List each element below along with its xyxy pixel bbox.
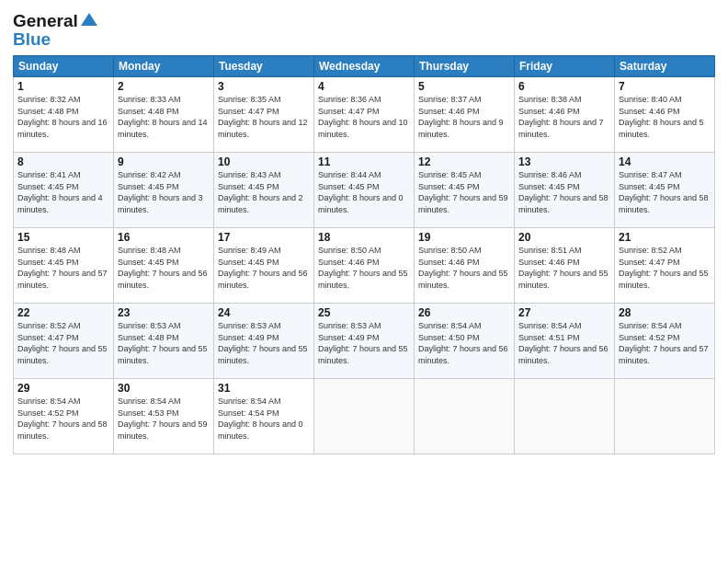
sunset-label: Sunset: 4:45 PM: [118, 258, 179, 267]
day-info: Sunrise: 8:36 AM Sunset: 4:47 PM Dayligh…: [318, 94, 410, 140]
logo-general: General: [13, 11, 78, 31]
calendar-day-cell: 29 Sunrise: 8:54 AM Sunset: 4:52 PM Dayl…: [14, 379, 114, 454]
sunrise-label: Sunrise: 8:35 AM: [218, 95, 281, 104]
daylight-label: Daylight: 8 hours and 2 minutes.: [218, 193, 303, 214]
daylight-label: Daylight: 7 hours and 59 minutes.: [418, 193, 508, 214]
day-number: 17: [218, 231, 310, 244]
col-sunday: Sunday: [14, 56, 114, 77]
sunset-label: Sunset: 4:45 PM: [518, 182, 580, 191]
daylight-label: Daylight: 7 hours and 55 minutes.: [518, 269, 609, 290]
col-saturday: Saturday: [615, 56, 715, 77]
day-number: 7: [619, 80, 711, 93]
daylight-label: Daylight: 8 hours and 12 minutes.: [218, 118, 308, 139]
day-info: Sunrise: 8:54 AM Sunset: 4:54 PM Dayligh…: [218, 396, 310, 442]
calendar-day-cell: 21 Sunrise: 8:52 AM Sunset: 4:47 PM Dayl…: [615, 228, 715, 304]
day-number: 24: [218, 306, 310, 319]
calendar-day-cell: 25 Sunrise: 8:53 AM Sunset: 4:49 PM Dayl…: [314, 304, 415, 379]
sunset-label: Sunset: 4:45 PM: [118, 182, 179, 191]
sunset-label: Sunset: 4:50 PM: [418, 333, 480, 342]
calendar-day-cell: 4 Sunrise: 8:36 AM Sunset: 4:47 PM Dayli…: [314, 77, 415, 153]
daylight-label: Daylight: 7 hours and 58 minutes.: [17, 419, 108, 441]
sunrise-label: Sunrise: 8:50 AM: [418, 246, 482, 255]
col-tuesday: Tuesday: [214, 56, 314, 77]
calendar-day-cell: 22 Sunrise: 8:52 AM Sunset: 4:47 PM Dayl…: [14, 304, 114, 379]
daylight-label: Daylight: 7 hours and 59 minutes.: [118, 419, 208, 441]
day-info: Sunrise: 8:53 AM Sunset: 4:48 PM Dayligh…: [118, 320, 210, 366]
day-number: 18: [318, 231, 410, 244]
day-info: Sunrise: 8:54 AM Sunset: 4:52 PM Dayligh…: [17, 396, 109, 442]
day-number: 19: [418, 231, 510, 244]
calendar-table: Sunday Monday Tuesday Wednesday Thursday…: [13, 55, 715, 454]
sunset-label: Sunset: 4:47 PM: [218, 107, 279, 116]
day-info: Sunrise: 8:44 AM Sunset: 4:45 PM Dayligh…: [318, 169, 410, 215]
daylight-label: Daylight: 8 hours and 3 minutes.: [118, 193, 203, 214]
daylight-label: Daylight: 7 hours and 58 minutes.: [619, 193, 709, 214]
calendar-day-cell: 18 Sunrise: 8:50 AM Sunset: 4:46 PM Dayl…: [314, 228, 415, 304]
day-info: Sunrise: 8:48 AM Sunset: 4:45 PM Dayligh…: [17, 245, 109, 291]
sunset-label: Sunset: 4:45 PM: [17, 182, 79, 191]
sunset-label: Sunset: 4:45 PM: [218, 258, 279, 267]
day-info: Sunrise: 8:50 AM Sunset: 4:46 PM Dayligh…: [318, 245, 410, 291]
sunrise-label: Sunrise: 8:43 AM: [218, 170, 281, 179]
day-number: 26: [418, 306, 510, 319]
daylight-label: Daylight: 7 hours and 55 minutes.: [118, 344, 208, 365]
sunrise-label: Sunrise: 8:54 AM: [118, 396, 181, 406]
calendar-day-cell: 20 Sunrise: 8:51 AM Sunset: 4:46 PM Dayl…: [515, 228, 615, 304]
page-container: General Blue Sunday Monday Tuesday Wedne…: [0, 0, 728, 464]
daylight-label: Daylight: 8 hours and 0 minutes.: [318, 193, 404, 214]
calendar-header-row: Sunday Monday Tuesday Wednesday Thursday…: [14, 56, 715, 77]
calendar-day-cell: 16 Sunrise: 8:48 AM Sunset: 4:45 PM Dayl…: [114, 228, 214, 304]
daylight-label: Daylight: 7 hours and 57 minutes.: [17, 269, 108, 290]
sunset-label: Sunset: 4:49 PM: [318, 333, 380, 342]
sunrise-label: Sunrise: 8:32 AM: [17, 95, 81, 104]
calendar-week-row: 22 Sunrise: 8:52 AM Sunset: 4:47 PM Dayl…: [14, 304, 715, 379]
daylight-label: Daylight: 7 hours and 56 minutes.: [118, 269, 208, 290]
day-info: Sunrise: 8:54 AM Sunset: 4:53 PM Dayligh…: [118, 396, 210, 442]
day-info: Sunrise: 8:47 AM Sunset: 4:45 PM Dayligh…: [619, 169, 711, 215]
sunrise-label: Sunrise: 8:53 AM: [218, 321, 281, 330]
calendar-day-cell: 6 Sunrise: 8:38 AM Sunset: 4:46 PM Dayli…: [515, 77, 615, 153]
day-number: 25: [318, 306, 410, 319]
calendar-day-cell: 27 Sunrise: 8:54 AM Sunset: 4:51 PM Dayl…: [515, 304, 615, 379]
col-thursday: Thursday: [415, 56, 515, 77]
page-header: General Blue: [13, 9, 715, 50]
day-number: 9: [118, 155, 210, 168]
day-info: Sunrise: 8:54 AM Sunset: 4:50 PM Dayligh…: [418, 320, 510, 366]
sunset-label: Sunset: 4:47 PM: [318, 107, 380, 116]
day-info: Sunrise: 8:41 AM Sunset: 4:45 PM Dayligh…: [17, 169, 109, 215]
day-number: 23: [118, 306, 210, 319]
day-number: 11: [318, 155, 410, 168]
daylight-label: Daylight: 7 hours and 56 minutes.: [418, 344, 508, 365]
sunrise-label: Sunrise: 8:41 AM: [17, 170, 81, 179]
day-info: Sunrise: 8:38 AM Sunset: 4:46 PM Dayligh…: [518, 94, 610, 140]
day-info: Sunrise: 8:35 AM Sunset: 4:47 PM Dayligh…: [218, 94, 310, 140]
calendar-day-cell: 23 Sunrise: 8:53 AM Sunset: 4:48 PM Dayl…: [114, 304, 214, 379]
day-number: 15: [17, 231, 109, 244]
calendar-day-cell: 5 Sunrise: 8:37 AM Sunset: 4:46 PM Dayli…: [415, 77, 515, 153]
day-info: Sunrise: 8:45 AM Sunset: 4:45 PM Dayligh…: [418, 169, 510, 215]
calendar-day-cell: 2 Sunrise: 8:33 AM Sunset: 4:48 PM Dayli…: [114, 77, 214, 153]
sunrise-label: Sunrise: 8:49 AM: [218, 246, 281, 255]
sunrise-label: Sunrise: 8:40 AM: [619, 95, 682, 104]
sunrise-label: Sunrise: 8:50 AM: [318, 246, 381, 255]
day-number: 22: [17, 306, 109, 319]
sunset-label: Sunset: 4:46 PM: [619, 107, 680, 116]
sunset-label: Sunset: 4:46 PM: [518, 258, 580, 267]
sunset-label: Sunset: 4:49 PM: [218, 333, 279, 342]
day-info: Sunrise: 8:48 AM Sunset: 4:45 PM Dayligh…: [118, 245, 210, 291]
sunrise-label: Sunrise: 8:54 AM: [619, 321, 682, 330]
sunrise-label: Sunrise: 8:46 AM: [518, 170, 582, 179]
day-info: Sunrise: 8:53 AM Sunset: 4:49 PM Dayligh…: [318, 320, 410, 366]
daylight-label: Daylight: 7 hours and 56 minutes.: [218, 269, 308, 290]
daylight-label: Daylight: 8 hours and 10 minutes.: [318, 118, 408, 139]
calendar-day-cell: 10 Sunrise: 8:43 AM Sunset: 4:45 PM Dayl…: [214, 153, 314, 228]
day-info: Sunrise: 8:32 AM Sunset: 4:48 PM Dayligh…: [17, 94, 109, 140]
sunset-label: Sunset: 4:46 PM: [318, 258, 380, 267]
day-number: 27: [518, 306, 610, 319]
calendar-day-cell: 13 Sunrise: 8:46 AM Sunset: 4:45 PM Dayl…: [515, 153, 615, 228]
sunset-label: Sunset: 4:45 PM: [17, 258, 79, 267]
day-number: 29: [17, 382, 109, 395]
sunrise-label: Sunrise: 8:37 AM: [418, 95, 482, 104]
svg-marker-0: [81, 13, 97, 26]
logo: General Blue: [13, 9, 99, 50]
